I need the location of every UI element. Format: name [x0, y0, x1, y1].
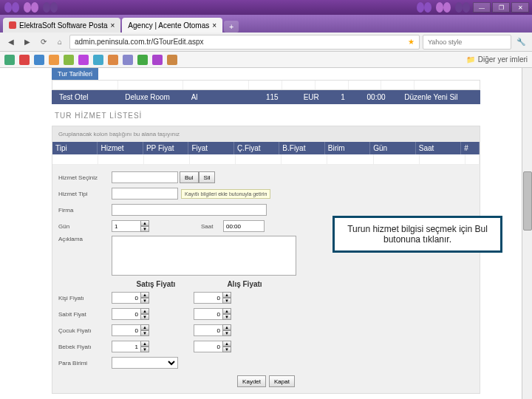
- cell-hotel: Test Otel: [55, 92, 120, 103]
- folder-icon: 📁: [466, 55, 475, 64]
- scrollbar-thumb[interactable]: [523, 171, 532, 231]
- hizmet-input[interactable]: [112, 171, 178, 183]
- spin-up-icon[interactable]: ▲: [140, 220, 149, 226]
- tab-elektrasoft[interactable]: ElektraSoft Software Posta ×: [3, 18, 120, 33]
- page-content: Tur Tarihleri Test Otel Deluxe Room Al 1…: [0, 68, 532, 399]
- saat-input[interactable]: [223, 220, 265, 232]
- bookmark-icon[interactable]: [34, 55, 44, 65]
- col-fiyat[interactable]: Fiyat: [188, 142, 233, 154]
- cell-actions[interactable]: Düzenle Yeni Sil: [400, 92, 477, 103]
- col-hizmet[interactable]: Hizmet: [98, 142, 143, 154]
- svg-point-11: [463, 2, 470, 13]
- svg-point-1: [12, 2, 19, 13]
- cell-empty: [224, 92, 262, 103]
- maximize-button[interactable]: ❐: [492, 2, 510, 13]
- kaydet-button[interactable]: Kaydet: [237, 375, 266, 387]
- butterfly-decoration: [434, 1, 452, 14]
- tab-label: Agency | Acente Otomas: [128, 21, 209, 30]
- forward-button[interactable]: ▶: [21, 35, 34, 49]
- empty-header-row: [52, 80, 480, 90]
- cocuk-alis-spinner[interactable]: ▲▼: [194, 324, 231, 336]
- cell-currency: EUR: [299, 92, 337, 103]
- label-hizmet-seciniz: Hizmet Seçiniz: [58, 174, 112, 181]
- url-input[interactable]: admin.peninsula.com.tr/GTourEdit.aspx ★: [69, 35, 420, 50]
- col-bfiyat[interactable]: B.Fiyat: [279, 142, 324, 154]
- svg-point-10: [455, 2, 463, 13]
- label-sabit: Sabit Fiyat: [58, 311, 112, 318]
- bookmark-icon[interactable]: [19, 55, 30, 65]
- kapat-button[interactable]: Kapat: [269, 375, 295, 387]
- col-tipi[interactable]: Tipi: [52, 142, 98, 154]
- para-select[interactable]: [112, 357, 178, 369]
- sabit-alis-spinner[interactable]: ▲▼: [194, 308, 231, 320]
- bebek-satis-spinner[interactable]: ▲▼: [112, 341, 149, 352]
- label-aciklama: Açıklama: [58, 236, 112, 242]
- col-gun[interactable]: Gün: [370, 142, 415, 154]
- hotel-data-row: Test Otel Deluxe Room Al 115 EUR 1 00:00…: [52, 90, 480, 104]
- section-title: TUR HİZMET LİSTESİ: [52, 104, 480, 126]
- wrench-icon[interactable]: 🔧: [514, 35, 528, 49]
- bookmark-icon[interactable]: [64, 55, 74, 65]
- star-icon[interactable]: ★: [408, 38, 415, 46]
- aciklama-textarea[interactable]: [112, 236, 296, 276]
- col-cfiyat[interactable]: Ç.Fiyat: [234, 142, 279, 154]
- price-headers: Satış Fiyatı Alış Fiyatı: [58, 280, 474, 288]
- svg-point-4: [43, 2, 50, 13]
- bookmark-icon[interactable]: [152, 55, 163, 65]
- firma-input[interactable]: [112, 204, 267, 216]
- col-hash[interactable]: #: [461, 142, 480, 154]
- bookmark-icon[interactable]: [123, 55, 133, 65]
- bookmark-icon[interactable]: [49, 55, 59, 65]
- col-ppfiyat[interactable]: PP Fiyat: [143, 142, 188, 154]
- bookmark-icon[interactable]: [78, 55, 89, 65]
- hizmet-tipi-input[interactable]: [112, 188, 178, 200]
- label-para: Para Birimi: [58, 360, 112, 366]
- tab-close-icon[interactable]: ×: [111, 21, 115, 30]
- reload-button[interactable]: ⟳: [37, 35, 50, 49]
- browser-tabs: ElektraSoft Software Posta × Agency | Ac…: [0, 15, 532, 33]
- cocuk-satis-spinner[interactable]: ▲▼: [112, 324, 149, 336]
- col-birim[interactable]: Birim: [325, 142, 370, 154]
- new-tab-button[interactable]: +: [224, 21, 239, 33]
- sabit-satis-spinner[interactable]: ▲▼: [112, 308, 149, 320]
- svg-point-6: [417, 2, 424, 13]
- bookmark-icon[interactable]: [108, 55, 118, 65]
- gun-spinner[interactable]: ▲▼: [112, 220, 149, 232]
- svg-point-8: [436, 2, 443, 13]
- sil-button[interactable]: Sil: [199, 171, 216, 183]
- minimize-button[interactable]: —: [473, 2, 491, 13]
- instruction-callout: Turun hizmet bilgisi seçmek için Bul but…: [332, 216, 502, 253]
- tab-agency[interactable]: Agency | Acente Otomas ×: [122, 18, 222, 33]
- svg-point-9: [443, 2, 451, 13]
- svg-point-7: [424, 2, 432, 13]
- bul-button[interactable]: Bul: [180, 171, 199, 183]
- svg-point-0: [4, 2, 12, 13]
- bookmark-icon[interactable]: [93, 55, 103, 65]
- tab-close-icon[interactable]: ×: [212, 21, 216, 30]
- bookmark-icon[interactable]: [137, 55, 148, 65]
- other-bookmarks[interactable]: 📁 Diğer yer imleri: [466, 55, 528, 64]
- close-window-button[interactable]: ✕: [511, 2, 529, 13]
- search-input[interactable]: [423, 35, 511, 50]
- vertical-scrollbar[interactable]: [522, 68, 532, 399]
- group-hint: Gruplanacak kolon başlığını bu alana taş…: [52, 126, 480, 142]
- service-list-panel: Gruplanacak kolon başlığını bu alana taş…: [52, 126, 480, 394]
- bookmark-icon[interactable]: [167, 55, 177, 65]
- tur-tarihleri-tab[interactable]: Tur Tarihleri: [52, 68, 98, 80]
- cell-qty: 1: [336, 92, 362, 103]
- col-saat[interactable]: Saat: [416, 142, 461, 154]
- kisi-alis-spinner[interactable]: ▲▼: [194, 292, 231, 304]
- back-button[interactable]: ◀: [4, 35, 18, 49]
- gun-input[interactable]: [112, 220, 141, 232]
- cell-al: Al: [187, 92, 225, 103]
- cell-time: 00:00: [363, 92, 400, 103]
- spin-down-icon[interactable]: ▼: [140, 226, 149, 232]
- label-kisi: Kişi Fiyatı: [58, 295, 112, 301]
- label-saat: Saat: [201, 223, 223, 230]
- kisi-satis-spinner[interactable]: ▲▼: [112, 292, 149, 304]
- bebek-alis-spinner[interactable]: ▲▼: [194, 341, 231, 352]
- label-cocuk: Çocuk Fiyatı: [58, 327, 112, 334]
- address-bar: ◀ ▶ ⟳ ⌂ admin.peninsula.com.tr/GTourEdit…: [0, 33, 532, 52]
- bookmark-icon[interactable]: [4, 55, 15, 65]
- home-button[interactable]: ⌂: [53, 35, 66, 49]
